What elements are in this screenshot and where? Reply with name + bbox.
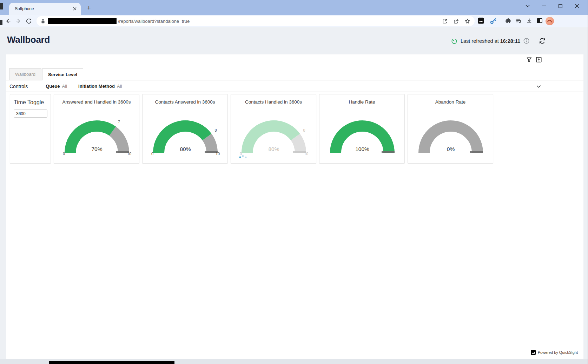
url-path-text: /reports/wallboard?standalone=true [118,19,442,24]
sheet-footer: Powered by QuickSight [531,350,578,355]
initiation-method-filter-control[interactable]: Initiation Method All [78,84,122,89]
tab-search-chevron-icon[interactable] [519,0,536,12]
gauge-card-contacts-handled-in-3600s: Contacts Handled in 3600s 010880% [231,94,316,164]
svg-text:100%: 100% [355,146,369,152]
tab-close-icon[interactable] [72,6,78,12]
gauge-chart: 010880% [143,103,228,160]
gauge-card-contacts-answered-in-3600s: Contacts Answered in 3600s 010880% [142,94,228,164]
page-title: Wallboard [7,34,50,45]
refresh-cluster: Last refreshed at 16:28:11 [451,37,546,45]
gauge-chart: 010770% [54,103,140,160]
queue-filter-value: All [62,84,67,89]
tab-service-level[interactable]: Service Level [42,68,83,80]
timer-clock-icon [451,38,457,44]
svg-text:0: 0 [151,152,153,156]
window-controls [519,0,585,12]
extensions-puzzle-icon[interactable] [505,18,511,24]
last-refreshed-text: Last refreshed at 16:28:11 [461,38,520,44]
gauge-card-handle-rate: Handle Rate 100% [319,94,405,164]
queue-filter-control[interactable]: Queue All [46,84,67,89]
svg-text:7: 7 [118,120,120,124]
initiation-method-filter-value: All [117,84,122,89]
page-header: Wallboard Last refreshed at 16:28:11 [0,27,588,54]
gauge-chart: 010880% [231,103,317,160]
gauge-card-answered-and-handled-in-3600s: Answered and Handled in 3600s 010770% [54,94,139,164]
queue-filter-label: Queue [46,84,60,89]
back-icon[interactable] [5,18,12,25]
url-bar[interactable]: /reports/wallboard?standalone=true [37,16,475,26]
browser-tab-title: Softphone [15,6,72,11]
quicksight-logo-icon [531,350,536,355]
urlbar-action-icons [442,18,470,24]
extension-key-icon[interactable] [490,18,497,25]
export-download-icon[interactable] [536,57,542,63]
reload-icon[interactable] [25,18,32,25]
browser-window: { "browser": { "tab_title": "Softphone",… [0,0,588,364]
bookmark-star-icon[interactable] [464,18,470,24]
cards-row: Time Toggle Answered and Handled in 3600… [10,94,493,164]
side-panel-icon[interactable] [536,18,543,24]
sheet-toolbar [526,57,542,63]
screen-edge-artifact [0,3,3,9]
svg-text:80%: 80% [268,146,279,152]
browser-tab[interactable]: Softphone [9,3,81,15]
svg-text:0: 0 [240,152,242,156]
last-refreshed-label: Last refreshed at [461,38,500,44]
lock-icon[interactable] [41,19,45,24]
last-refreshed-time: 16:28:11 [500,38,520,44]
gauge-cards-group: Answered and Handled in 3600s 010770% Co… [54,94,493,164]
time-toggle-title: Time Toggle [14,99,48,106]
controls-label: Controls [9,84,28,89]
controls-collapse-chevron-icon[interactable] [536,84,542,90]
svg-text:10: 10 [216,152,220,156]
tab-wallboard-label: Wallboard [15,72,35,77]
svg-text:0%: 0% [447,146,455,152]
refresh-icon[interactable] [539,37,546,45]
maximize-icon[interactable] [552,0,569,12]
open-in-new-icon[interactable] [442,18,448,24]
sheet-tabs: Wallboard Service Level [6,68,583,80]
close-window-icon[interactable] [569,0,585,12]
avatar-swirl-decoration [546,19,553,25]
svg-text:80%: 80% [180,146,191,152]
info-icon[interactable] [523,38,529,44]
svg-text:10: 10 [304,152,308,156]
extension-dark-square-icon[interactable] [478,18,484,24]
screen-edge-artifact [0,20,2,25]
svg-text:10: 10 [127,152,131,156]
forward-icon[interactable] [15,18,22,25]
playlist-icon[interactable] [515,18,522,24]
minimize-icon[interactable] [536,0,552,12]
controls-row: Controls Queue All Initiation Method All [6,81,583,92]
browser-toolbar: /reports/wallboard?standalone=true Updat… [0,15,588,27]
time-toggle-input[interactable] [14,110,47,118]
new-tab-button[interactable]: + [84,4,93,13]
svg-text:70%: 70% [91,146,102,152]
tab-wallboard[interactable]: Wallboard [9,68,41,80]
time-toggle-card: Time Toggle [10,94,51,164]
dashboard-sheet: Wallboard Service Level Controls Queue A… [6,54,583,359]
svg-text:8: 8 [303,128,305,132]
powered-by-text: Powered by QuickSight [538,350,578,355]
svg-text:8: 8 [215,128,217,132]
tab-service-level-label: Service Level [48,72,77,77]
gauge-chart: 0% [408,103,494,160]
browser-titlebar: Softphone + [0,0,588,15]
profile-avatar[interactable] [546,17,554,25]
gauge-card-abandon-rate: Abandon Rate 0% [408,94,493,164]
share-icon[interactable] [453,18,459,24]
gauge-chart: 100% [319,103,405,160]
filter-funnel-icon[interactable] [526,57,532,63]
svg-text:0: 0 [63,152,65,156]
initiation-method-filter-label: Initiation Method [78,84,115,89]
url-redacted-region [48,18,117,24]
downloads-icon[interactable] [526,18,533,24]
redacted-region-bottom [49,361,174,364]
